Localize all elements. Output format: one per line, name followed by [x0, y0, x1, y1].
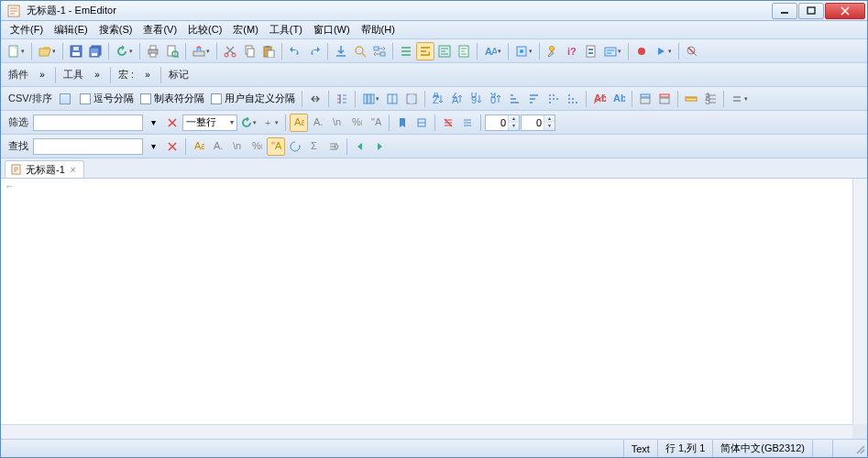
find-regex-button[interactable]: A.*: [209, 137, 227, 156]
expand-macro-button[interactable]: »: [138, 66, 157, 84]
font-size-button[interactable]: AA▾: [481, 42, 504, 60]
spin-up-icon[interactable]: ▴: [509, 115, 519, 123]
wrap-none-button[interactable]: [397, 42, 415, 60]
wrap-char-button[interactable]: [416, 42, 434, 60]
cut-button[interactable]: [221, 42, 239, 60]
sort-90-button[interactable]: 90: [487, 90, 505, 108]
char-code-button[interactable]: i?: [563, 42, 581, 60]
heading-button[interactable]: [636, 90, 654, 108]
filter-bookmark-button[interactable]: [393, 114, 412, 132]
sort-len-desc-button[interactable]: [525, 90, 544, 108]
find-next-button[interactable]: [370, 137, 389, 156]
expand-plugins-button[interactable]: »: [33, 66, 51, 84]
open-file-button[interactable]: ▾: [36, 42, 59, 60]
find-escape-button[interactable]: \n: [228, 137, 247, 156]
find-case-button[interactable]: Aa: [190, 137, 208, 156]
menu-search[interactable]: 搜索(S): [93, 21, 138, 38]
horizontal-scrollbar[interactable]: [1, 424, 852, 439]
find-around-button[interactable]: [286, 137, 304, 156]
print-button[interactable]: [144, 42, 162, 60]
filter-input[interactable]: [33, 114, 143, 131]
filter-whole-button[interactable]: "A": [367, 114, 385, 132]
menu-edit[interactable]: 编辑(E): [49, 21, 93, 38]
fixed-width-button[interactable]: [333, 90, 351, 108]
find-dropdown[interactable]: ▾: [144, 137, 162, 156]
large-file-button[interactable]: [582, 42, 600, 60]
find-clear-button[interactable]: [163, 137, 181, 156]
filter-scope-select[interactable]: 一整行: [182, 114, 237, 131]
config-button[interactable]: ▾: [512, 42, 535, 60]
redo-button[interactable]: [305, 42, 324, 60]
clear-find-button[interactable]: [683, 42, 701, 60]
menu-macro[interactable]: 宏(M): [227, 21, 264, 38]
filter-refresh-button[interactable]: ▾: [238, 114, 259, 132]
vertical-scrollbar[interactable]: [852, 179, 867, 439]
wrap-page-button[interactable]: [455, 42, 473, 60]
new-file-button[interactable]: ▾: [5, 42, 27, 60]
spin-down-icon[interactable]: ▾: [544, 123, 555, 130]
jump-button[interactable]: [332, 42, 350, 60]
filter-below-value[interactable]: [522, 115, 544, 130]
filter-negative-button[interactable]: Aa: [290, 114, 308, 132]
find-input[interactable]: [33, 138, 143, 155]
replace-button[interactable]: [370, 42, 389, 60]
reload-button[interactable]: ▾: [113, 42, 136, 60]
readonly-heading-button[interactable]: [655, 90, 674, 108]
status-ovr[interactable]: [812, 440, 832, 457]
csv-tab-button[interactable]: 制表符分隔: [137, 90, 207, 108]
line-number-button[interactable]: 123: [701, 90, 720, 108]
find-number-button[interactable]: %n: [247, 137, 266, 156]
sort-09-button[interactable]: 09: [467, 90, 486, 108]
editor-area[interactable]: ←: [1, 179, 867, 439]
filter-out-button[interactable]: [439, 114, 457, 132]
find-button[interactable]: [351, 42, 369, 60]
filter-number-button[interactable]: %n: [347, 114, 366, 132]
ruler-button[interactable]: [682, 90, 700, 108]
save-button[interactable]: [67, 42, 85, 60]
sort-za-button[interactable]: ZA: [448, 90, 467, 108]
find-advanced-button[interactable]: [324, 137, 343, 156]
normal-mode-button[interactable]: [57, 90, 76, 108]
tab-close-button[interactable]: ×: [69, 165, 78, 175]
sort-len-asc-button[interactable]: [506, 90, 524, 108]
filter-above-spin[interactable]: ▴▾: [485, 114, 520, 131]
filter-below-spin[interactable]: ▴▾: [521, 114, 555, 131]
status-position[interactable]: 行 1,列 1: [657, 440, 712, 457]
sort-az-button[interactable]: AZ: [429, 90, 447, 108]
filter-regex-button[interactable]: A.*: [309, 114, 327, 132]
sort-words-desc-button[interactable]: [564, 90, 582, 108]
spin-up-icon[interactable]: ▴: [544, 115, 555, 123]
status-mode[interactable]: Text: [623, 440, 657, 457]
resize-grip[interactable]: [852, 442, 867, 456]
status-readonly[interactable]: [832, 440, 852, 457]
compare-button[interactable]: Abc: [610, 90, 628, 108]
paste-button[interactable]: [259, 42, 278, 60]
wrap-window-button[interactable]: [435, 42, 454, 60]
menu-view[interactable]: 查看(V): [137, 21, 182, 38]
menu-compare[interactable]: 比较(C): [182, 21, 227, 38]
expand-tools-button[interactable]: »: [88, 66, 106, 84]
spin-down-icon[interactable]: ▾: [509, 123, 519, 130]
document-tab[interactable]: 无标题-1 ×: [5, 160, 84, 178]
undo-button[interactable]: [286, 42, 304, 60]
properties-button[interactable]: [544, 42, 562, 60]
record-button[interactable]: [632, 42, 651, 60]
filter-abort-button[interactable]: [163, 114, 181, 132]
remove-dup-button[interactable]: Abc: [590, 90, 609, 108]
sort-words-asc-button[interactable]: [544, 90, 563, 108]
print-preview-button[interactable]: [163, 42, 181, 60]
convert-button[interactable]: [306, 90, 324, 108]
menu-window[interactable]: 窗口(W): [308, 21, 356, 38]
more-csv-button[interactable]: ▾: [728, 90, 751, 108]
filter-inc-button[interactable]: +▾: [260, 114, 281, 132]
csv-comma-button[interactable]: 逗号分隔: [77, 90, 137, 108]
menu-file[interactable]: 文件(F): [5, 21, 49, 38]
filter-extract-button[interactable]: [412, 114, 431, 132]
columns-button[interactable]: ▾: [359, 90, 382, 108]
minimize-button[interactable]: [772, 3, 797, 19]
select-column-button[interactable]: [402, 90, 421, 108]
menu-tools[interactable]: 工具(T): [264, 21, 308, 38]
output-button[interactable]: ▾: [601, 42, 624, 60]
filter-escape-button[interactable]: \n: [328, 114, 346, 132]
filter-above-value[interactable]: [486, 115, 508, 130]
